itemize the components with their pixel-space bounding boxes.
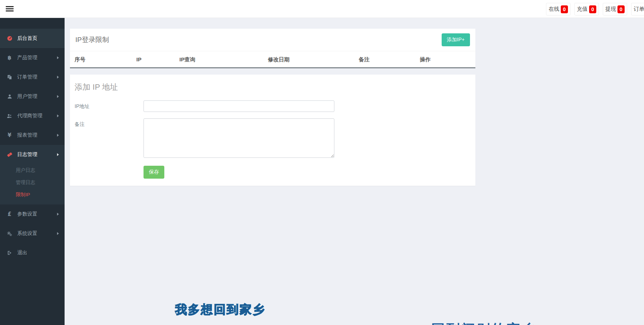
chevron-right-icon xyxy=(57,134,59,137)
bitcoin-icon: ฿ xyxy=(6,55,13,61)
counter-orders[interactable]: 订单0 xyxy=(631,3,644,15)
gears-icon xyxy=(6,231,13,236)
column-header: 操作 xyxy=(420,56,471,63)
sidebar: 后台首页฿产品管理订单管理用户管理代理商管理¥报表管理日志管理用户日志管理日志限… xyxy=(0,18,65,325)
page-title: IP登录限制 xyxy=(75,35,109,44)
column-header: 修改日期 xyxy=(268,56,359,63)
sidebar-item-label: 退出 xyxy=(17,250,27,256)
counter-badge: 0 xyxy=(589,5,596,13)
sidebar-item-label: 订单管理 xyxy=(17,74,37,80)
add-ip-button[interactable]: 添加IP+ xyxy=(442,33,470,46)
sidebar-item-system[interactable]: 系统设置 xyxy=(0,224,65,243)
sidebar-item-params[interactable]: £参数设置 xyxy=(0,204,65,224)
sidebar-item-agents[interactable]: 代理商管理 xyxy=(0,106,65,126)
column-header: IP xyxy=(136,56,179,63)
ip-address-input[interactable] xyxy=(144,100,334,112)
sidebar-item-products[interactable]: ฿产品管理 xyxy=(0,48,65,67)
top-bar: 在线0充值0提现0订单0 xyxy=(0,0,644,18)
agents-icon xyxy=(6,113,13,119)
counter-strip: 在线0充值0提现0订单0 xyxy=(546,3,644,15)
counter-label: 充值 xyxy=(577,6,588,13)
sidebar-item-label: 用户管理 xyxy=(17,93,37,100)
user-icon xyxy=(6,94,13,99)
counter-online[interactable]: 在线0 xyxy=(546,3,570,15)
counter-label: 提现 xyxy=(605,6,616,13)
chevron-right-icon xyxy=(57,76,59,79)
signout-icon xyxy=(6,250,13,255)
sidebar-item-label: 产品管理 xyxy=(17,55,37,61)
column-header: 备注 xyxy=(359,56,420,63)
pound-icon: £ xyxy=(6,211,13,217)
counter-withdraw[interactable]: 提现0 xyxy=(603,3,627,15)
sidebar-item-logs[interactable]: 日志管理 xyxy=(0,145,65,164)
chevron-right-icon xyxy=(57,232,59,235)
chevron-right-icon xyxy=(57,95,59,98)
remark-textarea[interactable] xyxy=(144,118,334,158)
sidebar-item-home[interactable]: 后台首页 xyxy=(0,29,65,48)
counter-recharge[interactable]: 充值0 xyxy=(574,3,599,15)
column-header: 序号 xyxy=(75,56,136,63)
ticket-icon xyxy=(6,152,13,157)
dashboard-icon xyxy=(6,36,13,41)
ip-address-label: IP地址 xyxy=(75,100,144,112)
sidebar-item-label: 日志管理 xyxy=(17,151,37,158)
watermark-text: 我多想回到家乡 xyxy=(175,302,265,318)
orders-icon xyxy=(6,75,13,80)
menu-toggle-icon[interactable] xyxy=(6,6,14,12)
sidebar-item-label: 系统设置 xyxy=(17,230,37,237)
column-header: IP查询 xyxy=(179,56,268,63)
yen-icon: ¥ xyxy=(6,132,13,138)
sidebar-item-label: 代理商管理 xyxy=(17,113,42,119)
sidebar-menu: 后台首页฿产品管理订单管理用户管理代理商管理¥报表管理日志管理用户日志管理日志限… xyxy=(0,29,65,263)
sidebar-item-orders[interactable]: 订单管理 xyxy=(0,67,65,87)
main-content: IP登录限制 添加IP+ 序号IPIP查询修改日期备注操作 添加 IP 地址 I… xyxy=(65,18,644,325)
sidebar-subitem-ip-limit[interactable]: 限制IP xyxy=(0,189,65,201)
sidebar-group-logs: 日志管理用户日志管理日志限制IP xyxy=(0,145,65,204)
sidebar-item-label: 后台首页 xyxy=(17,35,37,42)
remark-label: 备注 xyxy=(75,118,144,158)
chevron-right-icon xyxy=(57,213,59,216)
counter-badge: 0 xyxy=(617,5,625,13)
sidebar-subitem-admin-logs[interactable]: 管理日志 xyxy=(0,176,65,189)
sidebar-item-label: 报表管理 xyxy=(17,132,37,138)
chevron-right-icon xyxy=(57,114,59,117)
chevron-right-icon xyxy=(57,56,59,59)
ip-limit-panel: IP登录限制 添加IP+ 序号IPIP查询修改日期备注操作 xyxy=(70,29,475,68)
form-title: 添加 IP 地址 xyxy=(75,82,471,93)
watermark-text-partial: 回到阔别的家乡 xyxy=(431,320,537,325)
counter-label: 订单 xyxy=(634,6,644,13)
save-button[interactable]: 保存 xyxy=(144,166,164,179)
table-header-row: 序号IPIP查询修改日期备注操作 xyxy=(70,51,475,68)
counter-label: 在线 xyxy=(549,6,559,13)
add-ip-form-panel: 添加 IP 地址 IP地址 备注 保存 xyxy=(70,75,475,186)
sidebar-subitem-user-logs[interactable]: 用户日志 xyxy=(0,164,65,176)
chevron-right-icon xyxy=(57,153,59,156)
sidebar-item-users[interactable]: 用户管理 xyxy=(0,87,65,106)
counter-badge: 0 xyxy=(561,5,568,13)
sidebar-item-logout[interactable]: 退出 xyxy=(0,243,65,263)
sidebar-item-reports[interactable]: ¥报表管理 xyxy=(0,126,65,145)
sidebar-item-label: 参数设置 xyxy=(17,211,37,217)
